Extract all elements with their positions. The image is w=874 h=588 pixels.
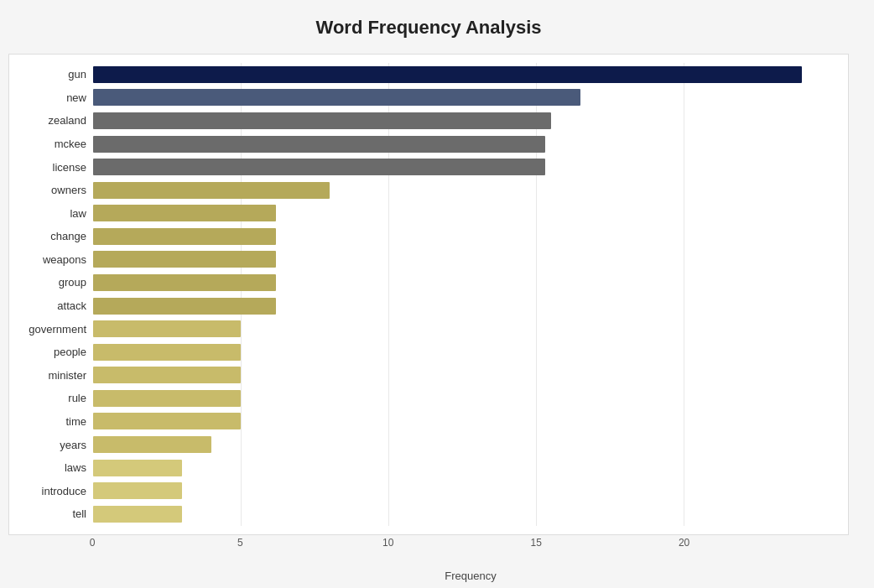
bar-row-gun: [93, 64, 831, 86]
y-label-years: years: [60, 434, 86, 455]
y-label-laws: laws: [65, 457, 86, 479]
bar-row-rule: [93, 388, 831, 409]
bar-law: [93, 205, 276, 221]
x-tick-0: 0: [90, 537, 96, 549]
bars-and-grid: [93, 63, 831, 526]
chart-area: gunnewzealandmckeelicenseownerslawchange…: [8, 54, 849, 535]
bar-row-tell: [93, 503, 831, 525]
y-label-group: group: [59, 272, 86, 294]
x-axis-ticks: 05101520: [92, 535, 849, 551]
bar-laws: [93, 460, 182, 476]
y-label-law: law: [70, 202, 86, 224]
y-label-tell: tell: [72, 503, 86, 525]
chart-container: Word Frequency Analysis gunnewzealandmck…: [0, 0, 874, 588]
bar-row-minister: [93, 364, 831, 386]
y-label-weapons: weapons: [43, 248, 86, 270]
y-label-mckee: mckee: [55, 133, 86, 155]
y-label-owners: owners: [51, 180, 86, 201]
y-label-new: new: [66, 86, 86, 108]
bar-rule: [93, 390, 241, 407]
y-label-change: change: [50, 226, 86, 247]
bar-row-mckee: [93, 133, 831, 155]
bar-weapons: [93, 251, 276, 268]
bar-license: [93, 159, 545, 175]
bar-gun: [93, 66, 802, 83]
x-tick-10: 10: [382, 537, 393, 549]
bar-row-time: [93, 410, 831, 432]
y-label-gun: gun: [68, 64, 86, 86]
bar-row-license: [93, 156, 831, 178]
bar-row-weapons: [93, 248, 831, 270]
x-tick-15: 15: [531, 537, 542, 549]
y-label-rule: rule: [68, 388, 86, 409]
bar-row-group: [93, 272, 831, 294]
y-labels: gunnewzealandmckeelicenseownerslawchange…: [9, 63, 93, 526]
bar-row-years: [93, 434, 831, 455]
bar-time: [93, 413, 241, 429]
bar-zealand: [93, 112, 551, 129]
bar-row-owners: [93, 180, 831, 201]
y-label-government: government: [29, 318, 86, 340]
x-axis-label: Frequency: [92, 570, 849, 582]
bar-row-laws: [93, 457, 831, 479]
x-tick-20: 20: [679, 537, 689, 549]
bar-introduce: [93, 482, 182, 499]
bar-government: [93, 320, 241, 337]
bar-change: [93, 228, 276, 245]
bar-row-new: [93, 86, 831, 108]
y-label-zealand: zealand: [48, 110, 86, 132]
bar-row-law: [93, 202, 831, 224]
bar-row-people: [93, 341, 831, 363]
chart-title: Word Frequency Analysis: [8, 17, 849, 39]
bar-row-attack: [93, 295, 831, 317]
bar-tell: [93, 506, 182, 523]
bar-minister: [93, 367, 241, 383]
x-tick-5: 5: [237, 537, 243, 549]
bar-attack: [93, 298, 276, 315]
y-label-introduce: introduce: [42, 480, 86, 502]
bar-years: [93, 436, 211, 453]
bar-people: [93, 344, 241, 361]
bar-row-change: [93, 226, 831, 247]
bar-row-government: [93, 318, 831, 340]
y-label-license: license: [53, 156, 86, 178]
y-label-time: time: [65, 410, 86, 432]
bar-row-introduce: [93, 480, 831, 502]
y-label-attack: attack: [57, 295, 86, 317]
y-label-minister: minister: [48, 364, 86, 386]
bar-owners: [93, 182, 330, 199]
bar-row-zealand: [93, 110, 831, 132]
bar-mckee: [93, 136, 545, 153]
bar-group: [93, 274, 276, 291]
bar-new: [93, 89, 580, 106]
y-label-people: people: [54, 341, 86, 363]
